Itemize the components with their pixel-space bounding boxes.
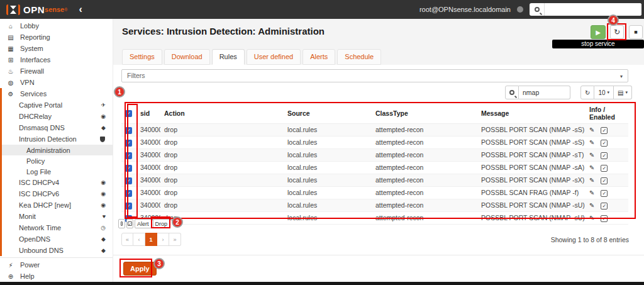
bulk-alert-button[interactable]: Alert [135, 219, 152, 228]
edit-rule-button[interactable]: ✎ [589, 126, 594, 133]
checked-checkbox-icon: ✓ [128, 221, 132, 226]
sidebar-item-policy[interactable]: Policy [2, 155, 113, 166]
rules-search-input[interactable] [519, 86, 570, 99]
sidebar-item-lobby[interactable]: ⌂Lobby [0, 20, 113, 31]
row-checkbox[interactable]: ✓ [125, 140, 132, 147]
restart-service-button[interactable]: ↻ [610, 25, 624, 39]
search-button[interactable] [505, 86, 519, 99]
sidebar-item-unbound-dns[interactable]: Unbound DNS◆ [2, 245, 113, 256]
rule-enabled-checkbox[interactable]: ✓ [601, 152, 608, 159]
row-checkbox[interactable]: ✓ [125, 203, 132, 210]
global-search-input[interactable] [545, 3, 641, 16]
start-service-button[interactable]: ▶ [591, 25, 606, 39]
sidebar-item-isc-dhcpv4[interactable]: ISC DHCPv4◉ [2, 177, 113, 188]
sidebar-item-services[interactable]: ⚙Services [2, 88, 113, 99]
row-checkbox[interactable]: ✓ [125, 127, 132, 134]
apply-button[interactable]: Apply [123, 262, 157, 276]
column-header-message[interactable]: Message [477, 103, 586, 124]
sidebar-item-network-time[interactable]: Network Time◷ [2, 222, 113, 233]
edit-rule-button[interactable]: ✎ [589, 177, 594, 184]
pagination-page-1-button[interactable]: 1 [145, 233, 157, 246]
cell-classtype: attempted-recon [372, 137, 477, 149]
pagination-first-button[interactable]: « [121, 233, 133, 246]
pagination-next-button[interactable]: › [157, 233, 169, 246]
edit-rule-button[interactable]: ✎ [589, 215, 594, 221]
row-checkbox[interactable]: ✓ [125, 177, 132, 184]
sidebar-item-monit[interactable]: Monit♥ [2, 211, 113, 222]
edit-rule-button[interactable]: ✎ [589, 164, 594, 171]
rule-enabled-checkbox[interactable]: ✓ [601, 190, 608, 197]
rule-enabled-checkbox[interactable]: ✓ [601, 127, 608, 134]
rule-enabled-checkbox[interactable]: ✓ [601, 177, 608, 184]
chevron-down-icon: ▾ [625, 90, 628, 95]
cell-sid: 3400004 [136, 162, 160, 174]
sidebar-item-help[interactable]: ⊕Help [0, 271, 113, 282]
sidebar-item-label: DHCRelay [19, 113, 52, 120]
heart-icon: ♥ [103, 213, 106, 220]
edit-rule-button[interactable]: ✎ [589, 202, 594, 209]
tab-alerts[interactable]: Alerts [303, 49, 335, 65]
tab-settings[interactable]: Settings [122, 49, 162, 65]
sidebar-collapse-button[interactable]: ‹ [79, 5, 82, 14]
sidebar-item-label: Unbound DNS [19, 247, 64, 254]
rule-enabled-checkbox[interactable]: ✓ [601, 140, 608, 147]
opnsense-logo[interactable]: OPNsense® [6, 4, 67, 15]
cell-message: POSSBL PORT SCAN (NMAP -sS) [477, 124, 586, 137]
page-size-dropdown[interactable]: 10▾ [594, 86, 614, 99]
row-checkbox[interactable]: ✓ [125, 165, 132, 172]
pagination-prev-button[interactable]: ‹ [133, 233, 145, 246]
sidebar-item-dnsmasq-dns[interactable]: Dnsmasq DNS◆ [2, 122, 113, 133]
filters-dropdown[interactable]: Filters ▾ [121, 69, 628, 82]
logged-in-user[interactable]: root@OPNsense.localdomain [419, 6, 511, 13]
columns-dropdown[interactable]: ▤▾ [614, 86, 632, 99]
sidebar-item-dhcrelay[interactable]: DHCRelay◉ [2, 111, 113, 122]
edit-rule-button[interactable]: ✎ [589, 189, 594, 196]
tab-rules[interactable]: Rules [212, 49, 245, 65]
sidebar-item-power[interactable]: ⚡Power [0, 259, 113, 271]
bulk-drop-button[interactable]: Drop [153, 219, 170, 228]
rule-enabled-checkbox[interactable]: ✓ [601, 165, 608, 172]
column-header-sid[interactable]: sid [136, 103, 160, 124]
sidebar-item-isc-dhcpv6[interactable]: ISC DHCPv6◉ [2, 188, 113, 199]
filters-label: Filters [127, 72, 145, 79]
sidebar-item-captive-portal[interactable]: Captive Portal✈ [2, 99, 113, 111]
row-checkbox[interactable]: ✓ [125, 190, 132, 197]
table-row: ✓ 3400003 drop local.rules attempted-rec… [121, 149, 628, 162]
pagination-last-button[interactable]: » [169, 233, 181, 246]
rule-enabled-checkbox[interactable]: ✓ [601, 215, 608, 222]
edit-rule-button[interactable]: ✎ [589, 139, 594, 146]
edit-rule-button[interactable]: ✎ [589, 152, 594, 159]
sidebar-item-opendns[interactable]: OpenDNS◆ [2, 233, 113, 245]
sidebar-item-reporting[interactable]: ▤Reporting [0, 31, 113, 43]
network-icon: ⊞ [6, 57, 15, 64]
row-checkbox[interactable]: ✓ [125, 152, 132, 159]
rule-enabled-checkbox[interactable]: ✓ [601, 203, 608, 210]
sidebar-item-intrusion-detection[interactable]: Intrusion Detection [2, 133, 113, 145]
refresh-button[interactable]: ↻ [580, 86, 594, 99]
cell-classtype: attempted-recon [372, 212, 477, 225]
column-header-action[interactable]: Action [160, 103, 284, 124]
select-all-checkbox[interactable]: ✓ [125, 110, 132, 117]
tab-schedule[interactable]: Schedule [337, 49, 381, 65]
life-ring-icon: ⊕ [6, 273, 15, 280]
sidebar-item-firewall[interactable]: ♨Firewall [0, 65, 113, 77]
tab-user-defined[interactable]: User defined [247, 49, 301, 65]
sidebar-item-log-file[interactable]: Log File [2, 166, 113, 177]
bulk-deselect-button[interactable] [118, 219, 125, 228]
sidebar-item-kea-dhcp[interactable]: Kea DHCP [new]◉ [2, 199, 113, 211]
logo-text-opn: OPN [23, 4, 45, 15]
sidebar-item-vpn[interactable]: ◍VPN [0, 77, 113, 88]
check-icon: ✓ [602, 165, 607, 171]
tab-download[interactable]: Download [164, 49, 210, 65]
bulk-select-button[interactable]: ✓ [126, 219, 133, 228]
check-icon: ✓ [602, 153, 607, 159]
sidebar-item-label: Interfaces [20, 56, 50, 64]
sidebar-item-system[interactable]: ▦System [0, 43, 113, 54]
cell-message: POSSBL PORT SCAN (NMAP -sA) [477, 162, 586, 174]
column-header-classtype[interactable]: ClassType [372, 103, 477, 124]
sidebar-item-interfaces[interactable]: ⊞Interfaces [0, 54, 113, 65]
stop-service-button[interactable]: ■ [629, 25, 643, 39]
sidebar-item-administration[interactable]: Administration [2, 145, 113, 155]
sidebar-item-label: Services [20, 90, 47, 98]
column-header-source[interactable]: Source [284, 103, 372, 124]
